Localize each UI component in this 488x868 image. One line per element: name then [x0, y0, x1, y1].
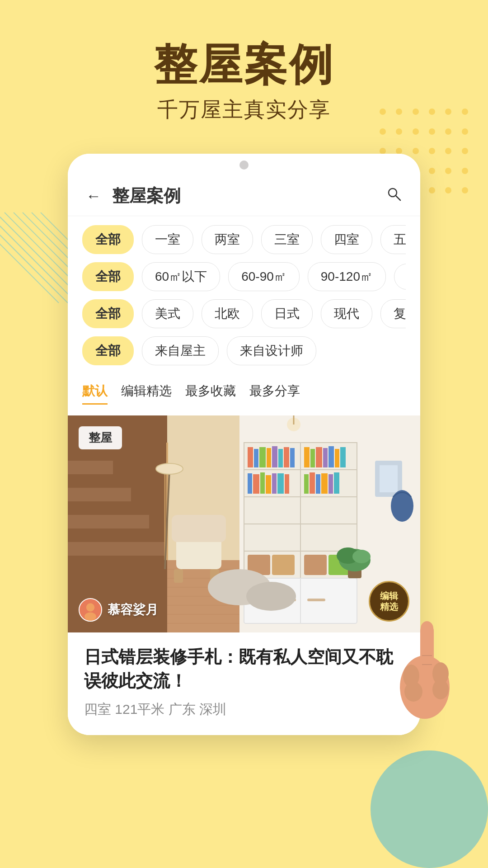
svg-point-82 [156, 463, 183, 474]
card-image-wrapper: 整屋 编辑 精选 慕容娑月 [68, 415, 420, 632]
svg-point-90 [352, 550, 371, 563]
filter-tag-vintage[interactable]: 复古 [380, 299, 406, 328]
svg-rect-25 [68, 556, 167, 569]
svg-rect-68 [334, 472, 339, 494]
svg-rect-79 [174, 569, 183, 583]
svg-point-96 [84, 613, 96, 621]
filter-tag-2room[interactable]: 两室 [202, 225, 253, 254]
svg-point-105 [432, 679, 449, 699]
svg-line-11 [0, 190, 59, 276]
svg-rect-45 [272, 446, 277, 467]
svg-rect-47 [284, 447, 289, 467]
hero-title: 整屋案例 [0, 41, 488, 89]
svg-rect-26 [68, 515, 149, 528]
svg-rect-51 [316, 447, 322, 467]
hero-section: 整屋案例 千万屋主真实分享 [0, 0, 488, 124]
svg-line-13 [396, 196, 400, 200]
svg-rect-49 [304, 447, 310, 467]
svg-rect-63 [304, 474, 309, 494]
filter-row-room-type: 全部 一室 两室 三室 四室 五室 [82, 225, 406, 254]
filter-tag-5room[interactable]: 五室 [380, 225, 406, 254]
svg-rect-57 [253, 474, 259, 494]
green-circle-decoration [371, 750, 488, 868]
filter-tag-all-area[interactable]: 全部 [82, 262, 134, 291]
svg-rect-70 [272, 555, 295, 575]
svg-rect-61 [277, 473, 284, 494]
svg-rect-56 [248, 473, 252, 494]
svg-rect-64 [310, 472, 315, 494]
card-tag: 整屋 [79, 426, 122, 449]
svg-rect-43 [259, 447, 266, 467]
svg-rect-76 [307, 599, 325, 601]
svg-rect-71 [304, 555, 327, 575]
filter-tag-60-90[interactable]: 60-90㎡ [228, 262, 300, 291]
svg-rect-55 [340, 447, 346, 467]
svg-rect-53 [328, 446, 334, 467]
card-meta: 四室 121平米 广东 深圳 [84, 700, 404, 719]
svg-rect-54 [335, 449, 339, 467]
hero-subtitle: 千万屋主真实分享 [0, 96, 488, 124]
svg-rect-58 [260, 472, 265, 494]
svg-rect-27 [68, 528, 149, 542]
svg-rect-66 [321, 473, 328, 494]
filter-tag-all-source[interactable]: 全部 [82, 336, 134, 365]
sort-default[interactable]: 默认 [82, 379, 108, 405]
svg-rect-59 [266, 475, 271, 494]
app-page-title: 整屋案例 [112, 184, 386, 208]
svg-rect-30 [68, 461, 113, 474]
sort-most-saved[interactable]: 最多收藏 [185, 379, 236, 405]
svg-rect-65 [316, 474, 320, 494]
svg-point-104 [404, 682, 422, 702]
filter-row-area: 全部 60㎡以下 60-90㎡ 90-120㎡ 120- [82, 262, 406, 291]
filter-tag-all-room[interactable]: 全部 [82, 225, 134, 254]
hand-decoration [389, 597, 461, 723]
notch-circle [239, 160, 249, 170]
svg-line-2 [0, 212, 77, 303]
search-button[interactable] [386, 186, 402, 206]
author-name: 慕容娑月 [108, 601, 158, 618]
filter-row-style: 全部 美式 北欧 日式 现代 复古 [82, 299, 406, 328]
svg-rect-46 [278, 449, 283, 467]
svg-rect-67 [328, 474, 333, 494]
filter-tag-1room[interactable]: 一室 [142, 225, 193, 254]
filter-tag-all-style[interactable]: 全部 [82, 299, 134, 328]
svg-point-84 [246, 582, 296, 611]
svg-rect-92 [380, 465, 398, 492]
svg-point-95 [86, 603, 94, 611]
svg-rect-28 [68, 488, 131, 501]
svg-rect-60 [272, 473, 277, 494]
svg-point-99 [421, 621, 433, 636]
filter-tag-4room[interactable]: 四室 [321, 225, 372, 254]
filter-tag-american[interactable]: 美式 [142, 299, 193, 328]
filter-tag-from-designer[interactable]: 来自设计师 [227, 336, 316, 365]
case-card[interactable]: 整屋 编辑 精选 慕容娑月 [68, 415, 420, 735]
card-body: 日式错层装修手札：既有私人空间又不耽误彼此交流！ 四室 121平米 广东 深圳 [68, 632, 420, 735]
svg-rect-42 [254, 449, 258, 467]
svg-rect-78 [172, 515, 226, 542]
filter-row-source: 全部 来自屋主 来自设计师 [82, 336, 406, 365]
back-button[interactable]: ← [86, 187, 101, 205]
card-title: 日式错层装修手札：既有私人空间又不耽误彼此交流！ [84, 645, 404, 693]
filter-tag-from-owner[interactable]: 来自屋主 [142, 336, 219, 365]
svg-point-93 [391, 490, 413, 522]
filter-tag-modern[interactable]: 现代 [321, 299, 372, 328]
filter-tag-japanese[interactable]: 日式 [261, 299, 313, 328]
sort-editor[interactable]: 编辑精选 [121, 379, 172, 405]
filter-tag-3room[interactable]: 三室 [261, 225, 313, 254]
svg-rect-48 [290, 448, 295, 467]
phone-notch [68, 154, 420, 176]
filter-section: 全部 一室 两室 三室 四室 五室 全部 60㎡以下 60-90㎡ 90-120… [68, 216, 420, 415]
filter-tag-60less[interactable]: 60㎡以下 [142, 262, 220, 291]
svg-rect-29 [68, 501, 131, 515]
author-row: 慕容娑月 [79, 598, 158, 622]
svg-rect-41 [248, 447, 253, 467]
sort-most-shared[interactable]: 最多分享 [249, 379, 300, 405]
svg-rect-77 [176, 538, 221, 569]
svg-rect-24 [68, 542, 167, 556]
filter-tag-120plus[interactable]: 120- [394, 264, 406, 290]
phone-mockup: ← 整屋案例 全部 一室 两室 三室 四室 五室 全部 60㎡以下 60-90㎡… [68, 154, 420, 735]
author-avatar [79, 598, 102, 622]
filter-tag-90-120[interactable]: 90-120㎡ [308, 262, 386, 291]
filter-tag-nordic[interactable]: 北欧 [202, 299, 253, 328]
svg-line-1 [0, 212, 68, 303]
